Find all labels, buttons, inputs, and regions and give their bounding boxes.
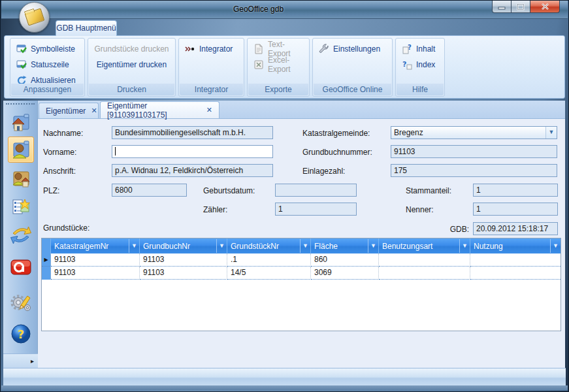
einstellungen-button[interactable]: Einstellungen xyxy=(317,42,388,56)
statuszeile-button[interactable]: Statuszeile xyxy=(14,57,80,72)
tab-close-icon[interactable]: ✕ xyxy=(91,107,97,114)
cell-nutzung[interactable] xyxy=(470,267,561,280)
anschrift-value: p.A. Widnau 12, Feldkirch/Österreich xyxy=(115,166,243,175)
grundstuecke-drucken-label: Grundstücke drucken xyxy=(94,44,169,54)
sidebar-synchronisieren-button[interactable] xyxy=(8,222,34,248)
ribbon-group-drucken: Grundstücke drucken Eigentümer drucken D… xyxy=(88,38,176,97)
filter-dropdown-icon[interactable]: ▼ xyxy=(129,239,139,253)
zaehler-field[interactable]: 1 xyxy=(275,203,357,216)
grundbuchnummer-label: Grundbuchnummer: xyxy=(302,146,372,159)
svg-text:?: ? xyxy=(408,44,412,51)
cell-katastralgemnr[interactable]: 91103 xyxy=(51,267,140,280)
cell-grundstuecknr[interactable]: 14/5 xyxy=(227,267,311,280)
column-label: GrundstückNr xyxy=(231,242,279,251)
table-row[interactable]: ▶ 91103 91103 .1 860 xyxy=(42,253,561,267)
row-indicator xyxy=(42,267,51,280)
cell-grundstuecknr[interactable]: .1 xyxy=(227,253,311,267)
column-header-grundbuchnr[interactable]: GrundbuchNr ▼ xyxy=(140,238,227,253)
sidebar-eigentuemer-button[interactable] xyxy=(8,137,34,163)
vorname-label: Vorname: xyxy=(43,146,76,159)
sidebar-expand-button[interactable]: ▸ xyxy=(3,353,38,368)
ribbon-tab-gdb-hauptmenu[interactable]: GDB Hauptmenü xyxy=(56,20,117,36)
swap-arrows-icon xyxy=(9,223,33,247)
cell-flaeche[interactable]: 860 xyxy=(311,253,379,267)
sidebar-eigentuemer-grundstueck-button[interactable] xyxy=(8,165,34,191)
eigentuemer-drucken-label: Eigentümer drucken xyxy=(97,60,167,69)
excel-export-button[interactable]: Excel-Export xyxy=(252,57,305,72)
katastralgemeinde-select[interactable]: Bregenz ▼ xyxy=(391,126,557,139)
einlagezahl-value: 175 xyxy=(394,166,407,175)
inhalt-button[interactable]: ? Inhalt xyxy=(400,42,440,56)
minimize-icon xyxy=(498,3,506,10)
minimize-button[interactable] xyxy=(492,1,512,13)
maximize-button[interactable] xyxy=(512,1,530,13)
close-button[interactable] xyxy=(530,1,560,13)
gdb-value: 20.09.2012 15:18:17 xyxy=(476,224,548,233)
eigentuemer-drucken-button[interactable]: Eigentümer drucken xyxy=(92,57,171,72)
filter-dropdown-icon[interactable]: ▼ xyxy=(459,239,470,253)
sidebar-neuer-eintrag-button[interactable] xyxy=(8,193,34,220)
column-label: Nutzung xyxy=(474,242,503,251)
tab-eigentuemer[interactable]: Eigentümer ✕ xyxy=(39,103,99,118)
integrator-button[interactable]: Integrator xyxy=(183,42,240,56)
ribbon-group-exporte: Text-Export Excel-Export Exporte xyxy=(247,38,310,97)
column-label: KatastralgemNr xyxy=(54,242,108,251)
grundstuecke-label: Grundstücke: xyxy=(43,221,89,235)
cell-grundbuchnr[interactable]: 91103 xyxy=(140,253,227,267)
sidebar-grundstueck-button[interactable] xyxy=(8,109,34,135)
cell-nutzung[interactable] xyxy=(470,253,561,267)
chevron-down-icon[interactable]: ▼ xyxy=(545,127,557,139)
ribbon-group-geooffice-online: Einstellungen GeoOffice Online xyxy=(312,38,393,97)
cell-benutzungsart[interactable] xyxy=(379,267,470,280)
geburtsdatum-field[interactable] xyxy=(275,184,357,197)
column-header-katastralgemnr[interactable]: KatastralgemNr ▼ xyxy=(51,238,140,253)
cell-grundbuchnr[interactable]: 91103 xyxy=(140,267,227,280)
toolbar-grip-handle[interactable] xyxy=(6,103,35,106)
filter-dropdown-icon[interactable]: ▼ xyxy=(550,239,561,253)
sidebar-arcgis-button[interactable] xyxy=(8,254,34,280)
grundbuchnummer-value: 91103 xyxy=(394,147,415,156)
excel-export-label: Excel-Export xyxy=(268,56,303,74)
sidebar-einstellungen-button[interactable] xyxy=(8,289,34,315)
nenner-field[interactable]: 1 xyxy=(473,203,558,216)
cell-katastralgemnr[interactable]: 91103 xyxy=(51,253,140,267)
cell-benutzungsart[interactable] xyxy=(379,253,470,267)
grundstuecke-drucken-button[interactable]: Grundstücke drucken xyxy=(92,42,171,56)
window-frame-bottom xyxy=(1,385,568,391)
symbolleiste-button[interactable]: Symbolleiste xyxy=(14,42,80,56)
nenner-label: Nenner: xyxy=(406,203,434,216)
tab-eigentuemer-detail[interactable]: Eigentümer [9110391103175] ✕ xyxy=(100,101,219,118)
column-header-benutzungsart[interactable]: Benutzungsart ▼ xyxy=(379,238,470,253)
column-header-nutzung[interactable]: Nutzung ▼ xyxy=(470,238,561,253)
group-label-hilfe: Hilfe xyxy=(397,84,444,95)
tab-close-icon[interactable]: ✕ xyxy=(206,106,212,114)
filter-dropdown-icon[interactable]: ▼ xyxy=(300,239,310,253)
application-menu-button[interactable] xyxy=(19,2,50,33)
stammanteil-field[interactable]: 1 xyxy=(473,184,558,197)
sidebar-hilfe-button[interactable]: ? xyxy=(8,321,34,347)
anschrift-field[interactable]: p.A. Widnau 12, Feldkirch/Österreich xyxy=(112,164,273,177)
plz-field[interactable]: 6800 xyxy=(112,184,187,197)
folder-house-icon xyxy=(10,111,32,133)
gdb-field[interactable]: 20.09.2012 15:18:17 xyxy=(473,222,558,235)
column-header-grundstuecknr[interactable]: GrundstückNr ▼ xyxy=(227,238,311,253)
gdb-label: GDB: xyxy=(430,223,469,236)
column-header-flaeche[interactable]: Fläche ▼ xyxy=(311,238,379,253)
tab-eigentuemer-label: Eigentümer xyxy=(46,106,86,116)
text-export-button[interactable]: Text-Export xyxy=(252,42,305,56)
group-label-geooffice-online: GeoOffice Online xyxy=(314,84,391,95)
filter-dropdown-icon[interactable]: ▼ xyxy=(368,239,378,253)
wrench-icon xyxy=(319,44,329,54)
index-button[interactable]: ? Index xyxy=(400,57,440,72)
person-house-folder-icon xyxy=(10,167,32,189)
title-bar[interactable]: GeoOffice gdb xyxy=(1,1,568,19)
cell-flaeche[interactable]: 3069 xyxy=(311,267,379,280)
nachname-field[interactable]: Bundesimmobiliengesellschaft m.b.H. xyxy=(112,126,273,139)
filter-dropdown-icon[interactable]: ▼ xyxy=(216,239,227,253)
column-label: Benutzungsart xyxy=(382,242,432,251)
help-contents-icon: ? xyxy=(402,44,412,54)
vorname-field[interactable] xyxy=(112,145,273,158)
einlagezahl-field[interactable]: 175 xyxy=(391,164,557,177)
table-row[interactable]: 91103 91103 14/5 3069 xyxy=(42,267,561,280)
grundbuchnummer-field[interactable]: 91103 xyxy=(391,145,557,158)
